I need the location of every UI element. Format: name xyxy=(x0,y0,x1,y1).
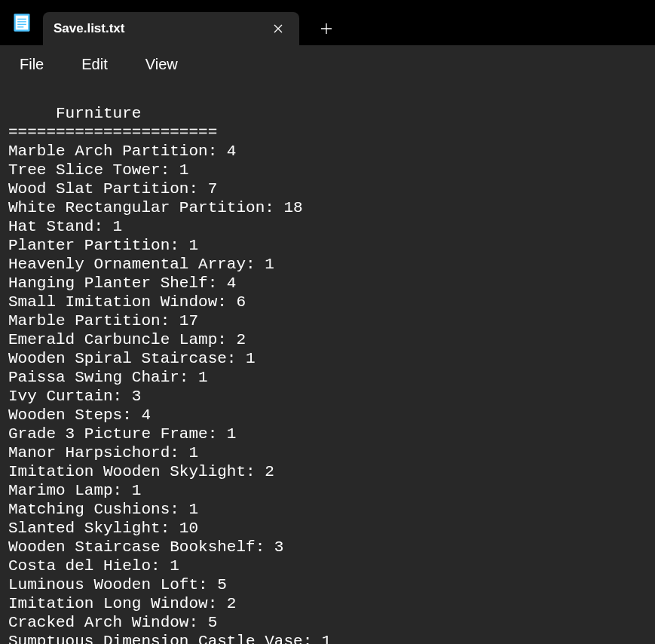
new-tab-button[interactable] xyxy=(310,12,343,45)
menubar: File Edit View xyxy=(0,45,655,83)
titlebar: Save.list.txt xyxy=(0,0,655,45)
notepad-icon xyxy=(11,12,32,33)
tab-active[interactable]: Save.list.txt xyxy=(43,12,299,45)
text-editor[interactable]: Furniture ====================== Marble … xyxy=(0,83,655,644)
menu-view[interactable]: View xyxy=(132,51,191,78)
menu-edit[interactable]: Edit xyxy=(68,51,121,78)
menu-file[interactable]: File xyxy=(6,51,57,78)
close-icon[interactable] xyxy=(268,18,289,39)
tab-title: Save.list.txt xyxy=(54,21,268,36)
svg-rect-1 xyxy=(16,16,28,30)
